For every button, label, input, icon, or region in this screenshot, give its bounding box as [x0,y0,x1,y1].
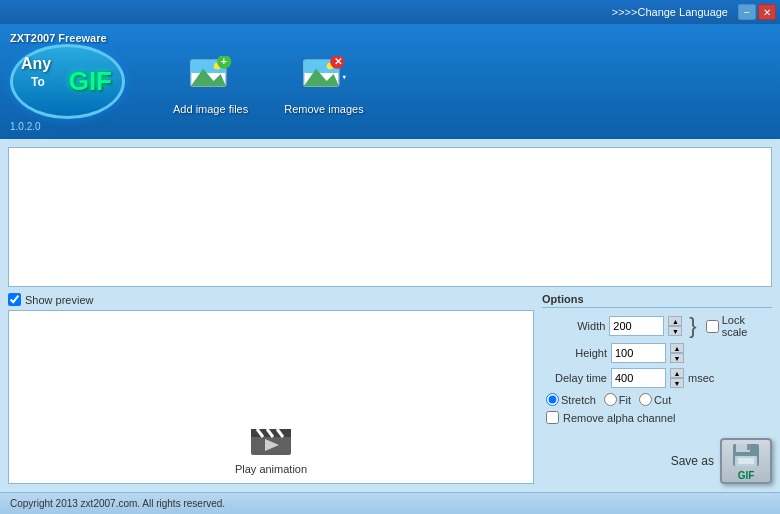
svg-text:+: + [220,56,226,67]
height-row: Height ▲ ▼ [542,343,772,363]
svg-rect-23 [738,458,754,464]
options-title: Options [542,293,772,308]
remove-images-icon-container: ✕ [299,49,349,99]
fit-radio[interactable] [604,393,617,406]
svg-text:✕: ✕ [334,56,342,67]
add-images-label: Add image files [173,103,248,115]
remove-images-label: Remove images [284,103,363,115]
remove-image-icon: ✕ [302,56,346,92]
delay-input[interactable] [611,368,666,388]
remove-alpha-label: Remove alpha channel [563,412,676,424]
fit-label: Fit [619,394,631,406]
show-preview-row: Show preview [8,293,534,306]
width-spin-up[interactable]: ▲ [668,316,682,326]
delay-spin-down[interactable]: ▼ [670,378,684,388]
save-area: Save as GIF [542,438,772,484]
window-controls: − ✕ [738,4,776,20]
app-logo: Any To GIF [10,44,125,119]
save-label: Save as [671,454,714,468]
title-bar: >>Change Language − ✕ [0,0,780,24]
change-language-link[interactable]: >>Change Language [612,6,728,18]
svg-marker-12 [342,75,346,79]
lock-scale-checkbox[interactable] [706,320,719,333]
preview-canvas: Play animation [8,310,534,484]
lock-scale-row: Lock scale [706,314,772,338]
height-spin-up[interactable]: ▲ [670,343,684,353]
fit-option[interactable]: Fit [604,393,631,406]
width-spin-down[interactable]: ▼ [668,326,682,336]
copyright-text: Copyright 2013 zxt2007.com. All rights r… [10,498,225,509]
lock-scale-label: Lock scale [722,314,772,338]
logo-to: To [31,75,45,89]
add-images-icon-container: + [186,49,236,99]
preview-section: Show preview Play animation [8,293,534,484]
gif-label: GIF [738,470,755,481]
cut-label: Cut [654,394,671,406]
link-bracket: } [689,316,696,336]
width-label: Width [542,320,605,332]
cut-option[interactable]: Cut [639,393,671,406]
height-spin: ▲ ▼ [670,343,684,363]
delay-spin-up[interactable]: ▲ [670,368,684,378]
options-panel: Options Width ▲ ▼ } Lock scale Height [542,293,772,484]
footer: Copyright 2013 zxt2007.com. All rights r… [0,492,780,514]
show-preview-label: Show preview [25,294,93,306]
play-animation-label: Play animation [235,463,307,475]
delay-row: Delay time ▲ ▼ msec [542,368,772,388]
stretch-option[interactable]: Stretch [546,393,596,406]
logo-any: Any [21,55,51,73]
play-icon [249,421,293,457]
brand-label: ZXT2007 Freeware [10,32,107,44]
add-images-button[interactable]: + Add image files [165,45,256,119]
msec-label: msec [688,372,714,384]
svg-rect-21 [747,444,751,450]
remove-images-button[interactable]: ✕ Remove images [276,45,371,119]
width-input[interactable] [609,316,664,336]
floppy-disk-icon [731,442,761,468]
delay-label: Delay time [542,372,607,384]
logo-gif: GIF [69,66,112,97]
width-row: Width ▲ ▼ } Lock scale [542,314,772,338]
cut-radio[interactable] [639,393,652,406]
delay-spin: ▲ ▼ [670,368,684,388]
height-label: Height [542,347,607,359]
show-preview-checkbox[interactable] [8,293,21,306]
logo-section: ZXT2007 Freeware Any To GIF 1.0.2.0 [10,32,125,132]
width-spin: ▲ ▼ [668,316,682,336]
toolbar: + Add image files ✕ Remove [165,45,372,119]
add-image-icon: + [189,56,233,92]
height-input[interactable] [611,343,666,363]
scale-mode-row: Stretch Fit Cut [542,393,772,406]
stretch-radio[interactable] [546,393,559,406]
bottom-area: Show preview Play animation Opti [8,293,772,484]
save-gif-button[interactable]: GIF [720,438,772,484]
minimize-button[interactable]: − [738,4,756,20]
remove-alpha-checkbox[interactable] [546,411,559,424]
file-list [8,147,772,287]
height-spin-down[interactable]: ▼ [670,353,684,363]
header: ZXT2007 Freeware Any To GIF 1.0.2.0 [0,24,780,139]
main-content: Show preview Play animation Opti [0,139,780,492]
version-label: 1.0.2.0 [10,121,41,132]
close-button[interactable]: ✕ [758,4,776,20]
alpha-channel-row: Remove alpha channel [542,411,772,424]
stretch-label: Stretch [561,394,596,406]
